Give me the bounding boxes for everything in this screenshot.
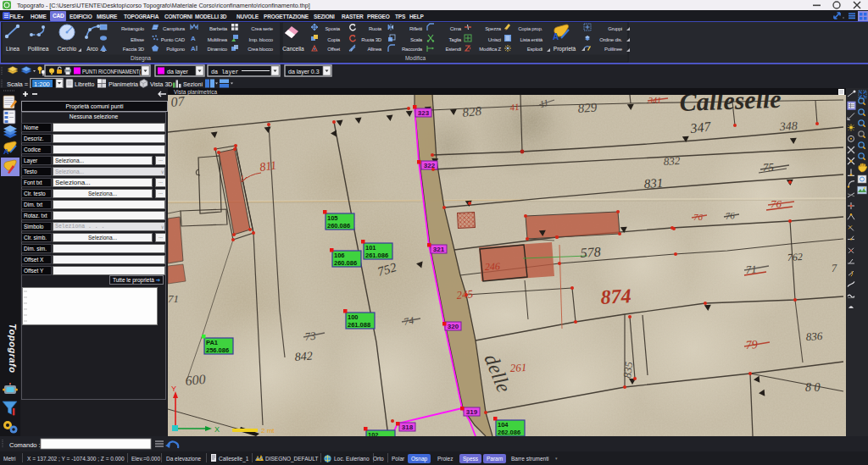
svg-text:Proprietà: Proprietà [554,46,576,53]
svg-text:Planimetria: Planimetria [108,81,138,87]
svg-text:A: A [553,32,559,42]
svg-text:811: 811 [259,158,277,174]
svg-text:831: 831 [643,176,663,191]
svg-text:828: 828 [462,104,483,119]
svg-text:256.086: 256.086 [206,346,229,354]
svg-text:836: 836 [805,329,823,343]
svg-text:Sezioni: Sezioni [183,81,203,87]
svg-text:2 mt: 2 mt [261,427,275,435]
svg-text:Ruota: Ruota [369,26,382,31]
svg-text:Rifletti: Rifletti [409,26,422,31]
svg-text:Y: Y [171,385,176,393]
svg-text:Libretto: Libretto [75,81,94,87]
svg-text:Ruota 3D: Ruota 3D [361,37,382,42]
svg-text:Polilinee: Polilinee [604,47,623,52]
svg-text:261: 261 [509,361,526,374]
svg-text:da layer 0.3: da layer 0.3 [288,69,320,75]
svg-text:Scala =: Scala = [7,80,29,88]
svg-text:104: 104 [498,421,509,429]
svg-text:762: 762 [787,251,803,263]
svg-text:Allinea: Allinea [367,47,381,52]
svg-text:Calleselle: Calleselle [679,95,782,116]
svg-text:101: 101 [365,244,376,252]
svg-text:Topografo - [C:\Users\UTENTE: Topografo - [C:\Users\UTENTE\Desktop\cor… [17,2,310,9]
svg-text:Copia prop.: Copia prop. [518,26,542,31]
svg-text:Punto CAD: Punto CAD [161,37,186,42]
svg-text:348: 348 [778,119,798,133]
svg-text:Disegna: Disegna [131,55,151,62]
svg-text:Campitura: Campitura [163,26,186,31]
svg-text:1:200: 1:200 [34,80,50,88]
svg-text:Modifica Z: Modifica Z [479,47,501,52]
svg-text:320: 320 [448,323,459,330]
svg-text:105: 105 [327,214,338,222]
svg-text:da layer: da layer [167,69,189,75]
svg-text:832: 832 [663,154,681,168]
svg-text:874: 874 [600,285,632,308]
svg-text:41: 41 [509,102,520,113]
svg-text:Unisci: Unisci [488,37,501,42]
svg-text:Vista 3D: Vista 3D [150,81,172,87]
svg-text:Poligono: Poligono [166,47,186,52]
svg-text:Cerchio: Cerchio [58,46,77,52]
svg-text:07: 07 [170,95,186,109]
svg-text:Barbetta: Barbetta [209,26,228,31]
svg-text:106: 106 [334,252,345,259]
svg-text:347: 347 [689,119,713,136]
svg-text:A: A [3,147,9,156]
svg-text:Arco: Arco [86,46,98,52]
svg-text:100: 100 [348,313,359,321]
svg-text:261.088: 261.088 [348,321,370,329]
svg-text:Estendi: Estendi [445,47,461,52]
svg-text:319: 319 [466,408,478,416]
svg-text:Ellisse: Ellisse [131,37,145,42]
svg-text:260.086: 260.086 [327,222,350,230]
svg-text:Cancella: Cancella [282,46,304,52]
svg-text:842: 842 [294,350,313,363]
svg-text:71: 71 [168,292,179,305]
svg-text:Ordine dis.: Ordine dis. [599,37,622,42]
svg-text:Crea serie: Crea serie [251,26,274,31]
svg-text:Esplodi: Esplodi [527,47,542,52]
svg-text:323: 323 [418,109,430,117]
svg-text:PA1: PA1 [206,339,218,346]
svg-text:Raccorda: Raccorda [402,47,423,52]
svg-text:Linea: Linea [6,46,19,52]
svg-text:600: 600 [185,372,206,388]
svg-text:Crea blocco: Crea blocco [248,47,274,52]
svg-text:246: 246 [485,260,500,273]
svg-text:7: 7 [831,262,837,274]
svg-text:Copia: Copia [327,37,341,42]
svg-text:X: X [214,425,220,434]
svg-text:Taglia: Taglia [449,37,462,42]
svg-text:Dinamico: Dinamico [208,47,228,52]
svg-text:Polilinea: Polilinea [28,46,49,52]
svg-text:Modifica: Modifica [405,55,426,61]
svg-text:318: 318 [402,423,414,431]
svg-text:A: A [191,45,196,53]
svg-text:Offset: Offset [327,47,340,52]
svg-text:da layer: da layer [211,69,239,75]
svg-text:A: A [191,35,196,42]
svg-text:Sposta: Sposta [326,26,341,31]
svg-text:835: 835 [620,361,635,379]
svg-text:578: 578 [580,244,601,260]
svg-text:Lista entità: Lista entità [520,37,542,42]
svg-text:260.086: 260.086 [334,259,357,267]
svg-text:829: 829 [577,100,598,115]
svg-text:Faccia 3D: Faccia 3D [123,47,145,52]
svg-text:Cima: Cima [450,26,462,31]
svg-text:261.086: 261.086 [365,252,388,259]
svg-text:8 0: 8 0 [805,381,821,394]
svg-text:Imp. blocco: Imp. blocco [249,37,274,42]
svg-text:PUNTI RICONFINAMENT(: PUNTI RICONFINAMENT( [82,69,142,75]
svg-text:Rettangolo: Rettangolo [121,26,145,31]
svg-text:Spezza: Spezza [485,26,502,31]
svg-text:Comando :: Comando : [9,441,41,449]
svg-text:Scala: Scala [410,37,423,42]
svg-text:262.086: 262.086 [498,429,520,436]
svg-text:321: 321 [433,246,445,253]
svg-text:Gruppi: Gruppi [608,26,622,31]
svg-text:Multilinea: Multilinea [208,37,228,42]
